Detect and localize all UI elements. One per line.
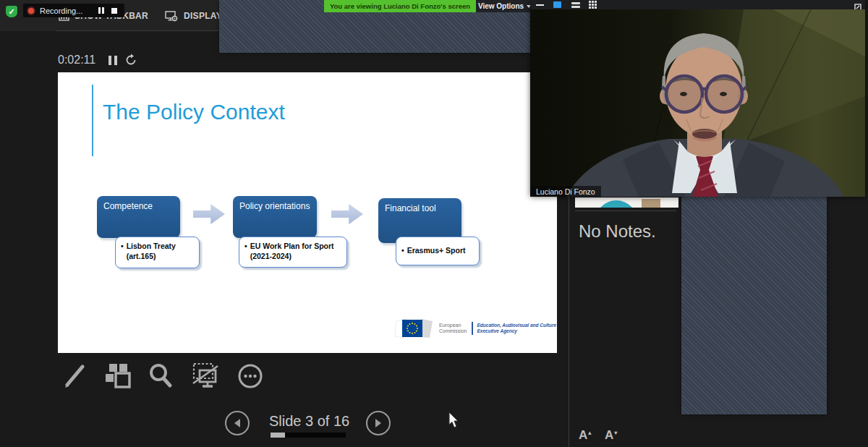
view-options-label: View Options bbox=[478, 2, 524, 10]
recording-status-label: Recording... bbox=[40, 7, 98, 15]
monitor-slash-icon bbox=[191, 362, 220, 391]
minimize-video-button[interactable] bbox=[536, 4, 544, 6]
recording-toolbar: Recording... bbox=[23, 4, 124, 17]
pen-tool-button[interactable] bbox=[58, 360, 90, 392]
eu-institution-label: European Commission bbox=[439, 323, 467, 335]
arrow-left-icon bbox=[233, 418, 242, 428]
participant-video: Luciano Di Fonzo bbox=[530, 9, 865, 197]
previous-slide-button[interactable] bbox=[225, 411, 250, 435]
display-settings-label: DISPLAY bbox=[184, 11, 222, 21]
magnifier-icon bbox=[147, 362, 174, 391]
bullet-glyph: • bbox=[401, 246, 404, 256]
zoom-slide-button[interactable] bbox=[145, 360, 176, 392]
slide-title: The Policy Context bbox=[103, 100, 285, 124]
strip-view-button[interactable] bbox=[571, 2, 580, 8]
caret-up-icon: ▴ bbox=[588, 430, 591, 436]
slide-progress-fill bbox=[271, 433, 285, 438]
ellipsis-icon bbox=[237, 362, 264, 391]
eu-flag-icon bbox=[394, 319, 435, 338]
presentation-timer: 0:02:11 bbox=[58, 54, 95, 67]
caret-down-icon: ▾ bbox=[614, 430, 617, 436]
record-dot-icon bbox=[28, 8, 34, 14]
european-commission-logo: European Commission Education, Audiovisu… bbox=[394, 319, 556, 338]
slide-canvas: The Policy Context Competence • Lisbon T… bbox=[58, 72, 557, 353]
notes-header-divider bbox=[575, 210, 676, 211]
display-settings-button[interactable]: DISPLAY bbox=[165, 10, 222, 22]
slide-grid-icon bbox=[103, 362, 131, 391]
diagram-subbox-erasmus-sport: • Erasmus+ Sport bbox=[396, 237, 480, 265]
diagram-box-policy-orientations: Policy orientations bbox=[233, 196, 317, 238]
participant-video-portrait bbox=[530, 9, 865, 197]
timer-pause-button[interactable] bbox=[109, 56, 117, 65]
notes-font-increase-button[interactable]: A ▴ bbox=[579, 425, 597, 443]
bullet-glyph: • bbox=[244, 242, 247, 263]
active-speaker-view-button[interactable] bbox=[553, 1, 561, 8]
meeting-viewer-window: SHOW TASKBAR DISPLAY ✓ Recording... 0:02… bbox=[0, 0, 868, 447]
recording-pause-button[interactable] bbox=[98, 7, 104, 14]
thumbnail-figure bbox=[642, 199, 660, 208]
next-slide-button[interactable] bbox=[366, 411, 391, 435]
view-options-button[interactable]: View Options bbox=[476, 0, 533, 12]
notes-empty-text: No Notes. bbox=[579, 221, 656, 242]
notes-panel-divider bbox=[569, 197, 569, 447]
diagram-box-label: Policy orientations bbox=[239, 201, 310, 211]
thumbnail-teal-circle bbox=[595, 200, 637, 208]
arrow-right-icon bbox=[374, 418, 383, 428]
diagram-subbox-eu-work-plan: • EU Work Plan for Sport (2021-2024) bbox=[239, 237, 347, 268]
eu-logo-divider bbox=[472, 322, 473, 335]
gallery-view-button[interactable] bbox=[589, 1, 597, 9]
pen-icon bbox=[60, 362, 88, 391]
slide-title-accent-line bbox=[92, 85, 93, 156]
participant-video-window[interactable]: Luciano Di Fonzo bbox=[530, 0, 865, 197]
diagram-arrow-right-icon bbox=[193, 204, 225, 224]
black-screen-button[interactable] bbox=[190, 360, 221, 392]
screen-share-banner: You are viewing Luciano Di Fonzo's scree… bbox=[324, 0, 476, 12]
font-decrease-label: A bbox=[605, 428, 613, 443]
video-window-titlebar bbox=[530, 0, 865, 9]
participant-name-label: Luciano Di Fonzo bbox=[530, 186, 601, 197]
zoom-letterbox-right bbox=[681, 197, 827, 414]
diagram-subbox-lisbon-treaty: • Lisbon Treaty (art.165) bbox=[115, 237, 200, 268]
bullet-glyph: • bbox=[121, 242, 124, 263]
security-shield-icon: ✓ bbox=[6, 6, 17, 17]
diagram-subbox-label: EU Work Plan for Sport (2021-2024) bbox=[250, 242, 341, 263]
more-options-button[interactable] bbox=[234, 360, 266, 392]
font-increase-label: A bbox=[579, 428, 587, 443]
diagram-box-competence: Competence bbox=[97, 196, 180, 238]
see-all-slides-button[interactable] bbox=[101, 360, 133, 392]
diagram-arrow-right-icon bbox=[331, 204, 363, 224]
slide-counter-label: Slide 3 of 16 bbox=[269, 413, 347, 430]
notes-font-decrease-button[interactable]: A ▾ bbox=[605, 425, 624, 443]
diagram-subbox-label: Lisbon Treaty (art.165) bbox=[127, 242, 194, 263]
mouse-cursor bbox=[448, 412, 459, 431]
diagram-box-label: Financial tool bbox=[385, 203, 436, 213]
eu-agency-label: Education, Audiovisual and Culture Execu… bbox=[477, 323, 557, 335]
slide-progress-bar bbox=[271, 433, 346, 438]
diagram-subbox-label: Erasmus+ Sport bbox=[407, 246, 466, 256]
restart-icon bbox=[124, 54, 137, 67]
display-settings-icon bbox=[165, 11, 179, 22]
timer-restart-button[interactable] bbox=[124, 54, 137, 69]
topbar-divider bbox=[56, 30, 220, 31]
diagram-box-label: Competence bbox=[103, 201, 153, 211]
next-slide-thumbnail bbox=[575, 197, 678, 208]
recording-stop-button[interactable] bbox=[111, 8, 117, 14]
